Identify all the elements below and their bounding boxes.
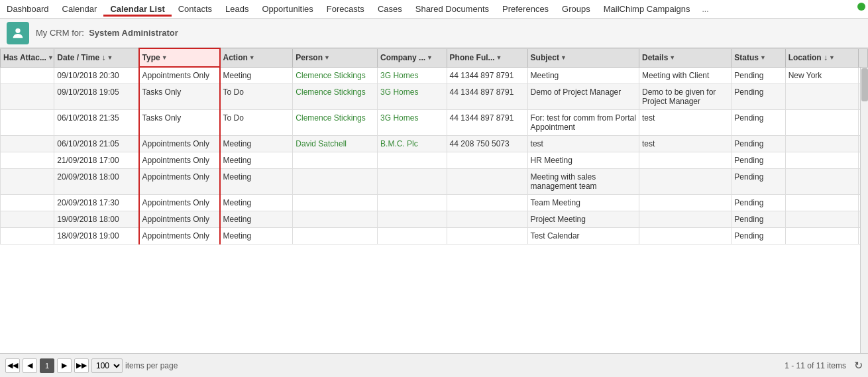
cell-subject: Project Meeting: [527, 211, 639, 228]
cell-person[interactable]: Clemence Stickings: [293, 67, 378, 84]
cell-person: [293, 169, 378, 195]
calendar-list-table: Has Attac... ▼ Date / Time ↓ ▼ Type ▼: [0, 48, 868, 244]
cell-location: New York: [785, 67, 858, 84]
next-page-button[interactable]: ▶: [57, 358, 72, 373]
person-filter-icon[interactable]: ▼: [324, 54, 330, 61]
vertical-scrollbar[interactable]: [860, 68, 868, 353]
first-page-button[interactable]: ◀◀: [5, 358, 20, 373]
table-row: 06/10/2018 21:35Tasks OnlyTo DoClemence …: [1, 110, 868, 136]
cell-status: Pending: [732, 211, 785, 228]
cell-has-attach: [1, 169, 54, 195]
nav-item-dashboard[interactable]: Dashboard: [0, 1, 56, 17]
nav-item-forecasts[interactable]: Forecasts: [320, 1, 371, 17]
table-row: 19/09/2018 18:00Appointments OnlyMeeting…: [1, 211, 868, 228]
cell-action: Meeting: [220, 152, 293, 169]
green-status-dot: [857, 3, 865, 11]
details-filter-icon[interactable]: ▼: [669, 54, 675, 61]
cell-person: [293, 152, 378, 169]
col-person-label: Person: [296, 53, 323, 62]
nav-item-leads[interactable]: Leads: [219, 1, 255, 17]
nav-item-mailchimp[interactable]: MailChimp Campaigns: [597, 1, 697, 17]
nav-more-button[interactable]: ...: [697, 2, 714, 17]
last-page-button[interactable]: ▶▶: [74, 358, 89, 373]
col-has-attach-label: Has Attac...: [3, 53, 46, 62]
cell-action: Meeting: [220, 136, 293, 152]
table-row: 18/09/2018 19:00Appointments OnlyMeeting…: [1, 228, 868, 244]
table-row: 09/10/2018 20:30Appointments OnlyMeeting…: [1, 67, 868, 84]
cell-subject: Meeting: [527, 67, 639, 84]
cell-has-attach: [1, 211, 54, 228]
cell-company[interactable]: 3G Homes: [378, 84, 447, 110]
top-nav: Dashboard Calendar Calendar List Contact…: [0, 0, 868, 19]
cell-person-link[interactable]: David Satchell: [296, 139, 347, 148]
cell-datetime: 20/09/2018 17:30: [54, 195, 139, 211]
pagination-summary: 1 - 11 of 11 items: [785, 361, 846, 370]
cell-company: [378, 152, 447, 169]
cell-details: Meeting with Client: [639, 67, 731, 84]
col-scrollbar-header: [858, 48, 867, 67]
nav-item-cases[interactable]: Cases: [371, 1, 409, 17]
nav-item-shared-documents[interactable]: Shared Documents: [409, 1, 496, 17]
cell-person-link[interactable]: Clemence Stickings: [296, 87, 365, 97]
status-filter-icon[interactable]: ▼: [760, 54, 766, 61]
refresh-icon[interactable]: ↻: [854, 359, 863, 372]
cell-company-link[interactable]: B.M.C. Plc: [380, 139, 418, 148]
cell-person[interactable]: David Satchell: [293, 136, 378, 152]
cell-company[interactable]: B.M.C. Plc: [378, 136, 447, 152]
cell-phone: [447, 195, 527, 211]
cell-location: [785, 136, 858, 152]
cell-company[interactable]: 3G Homes: [378, 110, 447, 136]
cell-person-link[interactable]: Clemence Stickings: [296, 71, 365, 80]
cell-status: Pending: [732, 169, 785, 195]
type-filter-icon[interactable]: ▼: [162, 54, 168, 61]
cell-person-link[interactable]: Clemence Stickings: [296, 113, 365, 123]
col-datetime-label: Date / Time ↓: [57, 53, 105, 62]
subject-filter-icon[interactable]: ▼: [561, 54, 567, 61]
cell-company[interactable]: 3G Homes: [378, 67, 447, 84]
has-attach-filter-icon[interactable]: ▼: [48, 54, 54, 61]
avatar: [7, 22, 29, 44]
cell-subject: For: test for comm from Portal Appointme…: [527, 110, 639, 136]
col-phone: Phone Ful... ▼: [447, 48, 527, 67]
my-crm-label: My CRM for: System Administrator: [36, 28, 178, 38]
action-filter-icon[interactable]: ▼: [249, 54, 255, 61]
cell-company-link[interactable]: 3G Homes: [380, 87, 418, 97]
cell-person[interactable]: Clemence Stickings: [293, 84, 378, 110]
cell-phone: [447, 211, 527, 228]
cell-company-link[interactable]: 3G Homes: [380, 71, 418, 80]
cell-company: [378, 211, 447, 228]
datetime-filter-icon[interactable]: ▼: [107, 54, 113, 61]
scrollbar-thumb[interactable]: [861, 68, 868, 101]
col-action-label: Action: [223, 53, 248, 62]
cell-person[interactable]: Clemence Stickings: [293, 110, 378, 136]
cell-action: Meeting: [220, 195, 293, 211]
per-page-select[interactable]: 100 50 25: [91, 358, 123, 373]
cell-type: Appointments Only: [139, 136, 220, 152]
nav-item-contacts[interactable]: Contacts: [172, 1, 219, 17]
col-type-label: Type: [142, 53, 160, 62]
cell-person: [293, 195, 378, 211]
cell-action: Meeting: [220, 211, 293, 228]
cell-details: Demo to be given for Project Manager: [639, 84, 731, 110]
prev-page-button[interactable]: ◀: [23, 358, 37, 373]
cell-status: Pending: [732, 84, 785, 110]
nav-item-groups[interactable]: Groups: [555, 1, 597, 17]
per-page-label: items per page: [125, 361, 178, 370]
cell-type: Appointments Only: [139, 169, 220, 195]
col-person: Person ▼: [293, 48, 378, 67]
cell-type: Appointments Only: [139, 211, 220, 228]
cell-datetime: 09/10/2018 20:30: [54, 67, 139, 84]
nav-item-opportunities[interactable]: Opportunities: [255, 1, 319, 17]
nav-item-preferences[interactable]: Preferences: [496, 1, 555, 17]
col-type: Type ▼: [139, 48, 220, 67]
nav-item-calendar-list[interactable]: Calendar List: [103, 1, 171, 17]
cell-details: [639, 152, 731, 169]
cell-company-link[interactable]: 3G Homes: [380, 113, 418, 123]
table-row: 09/10/2018 19:05Tasks OnlyTo DoClemence …: [1, 84, 868, 110]
cell-location: [785, 152, 858, 169]
table-row: 20/09/2018 17:30Appointments OnlyMeeting…: [1, 195, 868, 211]
nav-item-calendar[interactable]: Calendar: [56, 1, 104, 17]
phone-filter-icon[interactable]: ▼: [496, 54, 502, 61]
company-filter-icon[interactable]: ▼: [427, 54, 433, 61]
location-filter-icon[interactable]: ▼: [829, 54, 835, 61]
